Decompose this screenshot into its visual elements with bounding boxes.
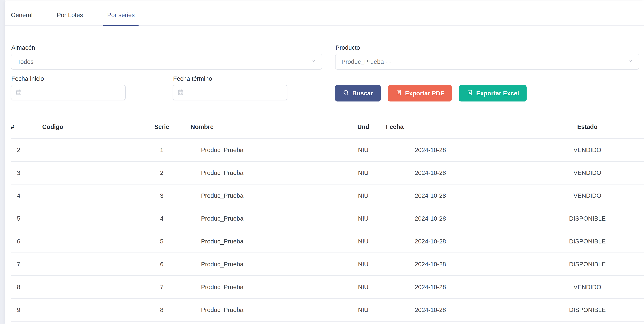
cell-nombre: Produc_Prueba — [190, 139, 340, 161]
table-row: 54Produc_PruebaNIU2024-10-28DISPONIBLE — [11, 207, 644, 230]
cell-num: 3 — [11, 161, 42, 184]
fecha-inicio-field: Fecha inicio — [11, 75, 126, 101]
cell-num: 9 — [11, 299, 42, 322]
file-excel-icon — [467, 89, 473, 97]
cell-num: 6 — [11, 230, 42, 253]
dates-row: Fecha inicio Fecha término — [11, 75, 322, 101]
cell-codigo — [42, 299, 133, 322]
actions-row: Buscar Exportar PDF Exportar Excel — [335, 85, 639, 101]
cell-codigo — [42, 139, 133, 161]
cell-estado: DISPONIBLE — [531, 299, 644, 322]
fecha-termino-input[interactable] — [173, 85, 287, 100]
almacen-select[interactable]: Todos — [11, 54, 322, 70]
cell-estado: VENDIDO — [531, 139, 644, 161]
buscar-button-label: Buscar — [352, 90, 373, 97]
cell-codigo — [42, 161, 133, 184]
series-table-section: # Codigo Serie Nombre Und Fecha Estado 2… — [11, 118, 644, 322]
table-row: 65Produc_PruebaNIU2024-10-28DISPONIBLE — [11, 230, 644, 253]
producto-field: Producto Produc_Prueba - - — [335, 44, 639, 70]
buscar-button[interactable]: Buscar — [335, 85, 381, 101]
cell-nombre: Produc_Prueba — [190, 276, 340, 299]
cell-serie: 7 — [133, 276, 190, 299]
cell-und: NIU — [340, 253, 386, 276]
fecha-termino-label: Fecha término — [173, 75, 287, 82]
table-body: 21Produc_PruebaNIU2024-10-28VENDIDO32Pro… — [11, 139, 644, 322]
cell-serie: 5 — [133, 230, 190, 253]
file-pdf-icon — [396, 89, 402, 97]
producto-selected-value: Produc_Prueba - - — [342, 58, 391, 65]
cell-serie: 3 — [133, 184, 190, 207]
cell-serie: 8 — [133, 299, 190, 322]
cell-serie: 1 — [133, 139, 190, 161]
cell-num: 8 — [11, 276, 42, 299]
cell-fecha: 2024-10-28 — [386, 230, 531, 253]
producto-select[interactable]: Produc_Prueba - - — [335, 54, 639, 70]
cell-serie: 6 — [133, 253, 190, 276]
tab-por-series[interactable]: Por series — [103, 11, 138, 25]
exportar-excel-button[interactable]: Exportar Excel — [459, 85, 526, 101]
table-row: 98Produc_PruebaNIU2024-10-28DISPONIBLE — [11, 299, 644, 322]
calendar-icon — [16, 89, 22, 96]
cell-fecha: 2024-10-28 — [386, 161, 531, 184]
cell-estado: DISPONIBLE — [531, 207, 644, 230]
chevron-down-icon — [627, 58, 634, 65]
cell-nombre: Produc_Prueba — [190, 207, 340, 230]
fecha-inicio-input[interactable] — [11, 85, 126, 100]
cell-num: 4 — [11, 184, 42, 207]
table-row: 21Produc_PruebaNIU2024-10-28VENDIDO — [11, 139, 644, 161]
cell-codigo — [42, 184, 133, 207]
table-row: 32Produc_PruebaNIU2024-10-28VENDIDO — [11, 161, 644, 184]
tab-por-lotes[interactable]: Por Lotes — [53, 11, 87, 25]
almacen-selected-value: Todos — [17, 58, 34, 65]
series-table: # Codigo Serie Nombre Und Fecha Estado 2… — [11, 118, 644, 322]
table-row: 43Produc_PruebaNIU2024-10-28VENDIDO — [11, 184, 644, 207]
cell-und: NIU — [340, 299, 386, 322]
column-header-num: # — [11, 118, 42, 139]
table-header-row: # Codigo Serie Nombre Und Fecha Estado — [11, 118, 644, 139]
cell-fecha: 2024-10-28 — [386, 184, 531, 207]
cell-und: NIU — [340, 184, 386, 207]
cell-fecha: 2024-10-28 — [386, 253, 531, 276]
exportar-pdf-button[interactable]: Exportar PDF — [388, 85, 452, 101]
cell-und: NIU — [340, 230, 386, 253]
column-header-fecha: Fecha — [386, 118, 531, 139]
filters-section: Almacén Todos Producto Produc_Prueba - -… — [5, 26, 644, 101]
table-row: 87Produc_PruebaNIU2024-10-28VENDIDO — [11, 276, 644, 299]
exportar-pdf-button-label: Exportar PDF — [405, 90, 444, 97]
cell-codigo — [42, 276, 133, 299]
cell-fecha: 2024-10-28 — [386, 299, 531, 322]
column-header-und: Und — [340, 118, 386, 139]
search-icon — [343, 89, 349, 97]
cell-nombre: Produc_Prueba — [190, 253, 340, 276]
fecha-inicio-label: Fecha inicio — [11, 75, 126, 82]
producto-label: Producto — [336, 44, 639, 51]
cell-estado: DISPONIBLE — [531, 230, 644, 253]
tab-bar: General Por Lotes Por series — [5, 1, 644, 26]
cell-nombre: Produc_Prueba — [190, 230, 340, 253]
chevron-down-icon — [310, 58, 316, 65]
cell-estado: VENDIDO — [531, 184, 644, 207]
column-header-serie: Serie — [133, 118, 190, 139]
cell-estado: DISPONIBLE — [531, 253, 644, 276]
cell-fecha: 2024-10-28 — [386, 139, 531, 161]
cell-num: 5 — [11, 207, 42, 230]
cell-und: NIU — [340, 161, 386, 184]
almacen-field: Almacén Todos — [11, 44, 322, 70]
cell-serie: 2 — [133, 161, 190, 184]
content-card: General Por Lotes Por series Almacén Tod… — [5, 1, 644, 324]
cell-codigo — [42, 230, 133, 253]
exportar-excel-button-label: Exportar Excel — [476, 90, 519, 97]
cell-und: NIU — [340, 207, 386, 230]
tab-general[interactable]: General — [7, 11, 36, 25]
cell-und: NIU — [340, 139, 386, 161]
cell-estado: VENDIDO — [531, 276, 644, 299]
page-background-strip — [0, 0, 5, 324]
cell-codigo — [42, 207, 133, 230]
cell-num: 7 — [11, 253, 42, 276]
column-header-nombre: Nombre — [190, 118, 340, 139]
calendar-icon — [177, 89, 184, 96]
almacen-label: Almacén — [11, 44, 322, 51]
cell-nombre: Produc_Prueba — [190, 299, 340, 322]
table-row: 76Produc_PruebaNIU2024-10-28DISPONIBLE — [11, 253, 644, 276]
cell-codigo — [42, 253, 133, 276]
